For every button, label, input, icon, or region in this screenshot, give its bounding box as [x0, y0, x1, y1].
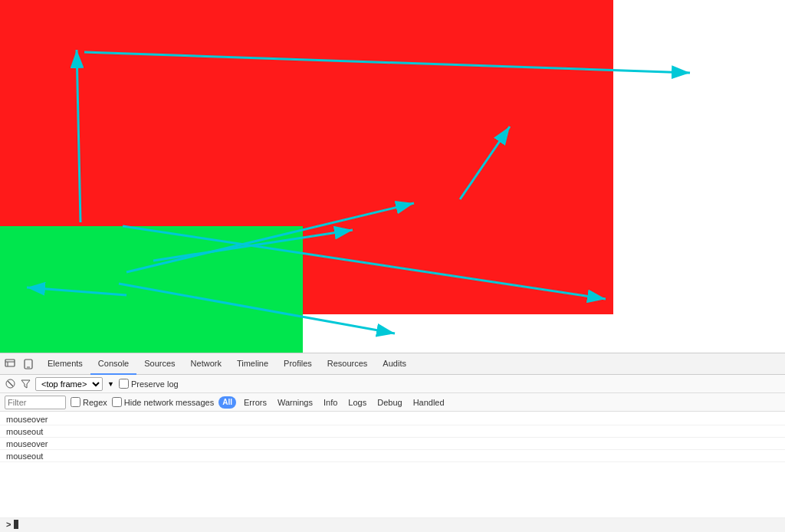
filter-input[interactable] — [5, 396, 66, 409]
svg-marker-16 — [21, 380, 30, 388]
console-input-line[interactable]: > — [0, 517, 785, 530]
filter-logs-label[interactable]: Logs — [345, 398, 370, 407]
tab-profiles[interactable]: Profiles — [276, 353, 320, 375]
regex-checkbox[interactable] — [71, 397, 80, 407]
filter-icon[interactable] — [20, 379, 31, 389]
filter-handled-label[interactable]: Handled — [410, 398, 448, 407]
filter-debug-label[interactable]: Debug — [374, 398, 405, 407]
preserve-log-label[interactable]: Preserve log — [119, 379, 179, 389]
canvas-area — [0, 0, 785, 353]
devtools-filter-bar: Regex Hide network messages All Errors W… — [0, 393, 785, 412]
tab-timeline[interactable]: Timeline — [229, 353, 276, 375]
console-prompt: > — [6, 520, 11, 529]
filter-errors-label[interactable]: Errors — [241, 398, 270, 407]
filter-info-label[interactable]: Info — [320, 398, 340, 407]
clear-console-icon[interactable] — [5, 379, 15, 389]
filter-all-badge[interactable]: All — [218, 396, 236, 409]
console-cursor — [14, 520, 18, 529]
console-line: mouseout — [0, 450, 785, 462]
svg-line-15 — [8, 381, 13, 386]
preserve-log-checkbox[interactable] — [119, 379, 129, 389]
console-line: mouseover — [0, 413, 785, 425]
regex-option[interactable]: Regex — [71, 397, 107, 407]
tab-sources[interactable]: Sources — [136, 353, 182, 375]
hide-network-option[interactable]: Hide network messages — [112, 397, 214, 407]
tab-network[interactable]: Network — [183, 353, 229, 375]
mobile-icon[interactable] — [21, 357, 35, 371]
svg-rect-9 — [5, 360, 15, 366]
devtools-panel: Elements Console Sources Network Timelin… — [0, 353, 785, 532]
console-line: mouseout — [0, 425, 785, 438]
green-rectangle — [0, 226, 303, 353]
tab-console[interactable]: Console — [90, 353, 136, 375]
console-output: mouseovermouseoutmouseovermouseout — [0, 412, 785, 517]
devtools-tabs-bar: Elements Console Sources Network Timelin… — [0, 353, 785, 375]
tab-resources[interactable]: Resources — [320, 353, 376, 375]
frame-dropdown-arrow[interactable]: ▼ — [107, 380, 114, 388]
tab-elements[interactable]: Elements — [40, 353, 90, 375]
frame-selector[interactable]: <top frame> — [35, 377, 103, 391]
filter-warnings-label[interactable]: Warnings — [274, 398, 316, 407]
inspector-icon[interactable] — [3, 357, 17, 371]
tab-audits[interactable]: Audits — [375, 353, 414, 375]
devtools-toolbar: <top frame> ▼ Preserve log — [0, 375, 785, 393]
hide-network-checkbox[interactable] — [112, 397, 122, 407]
console-line: mouseover — [0, 438, 785, 450]
